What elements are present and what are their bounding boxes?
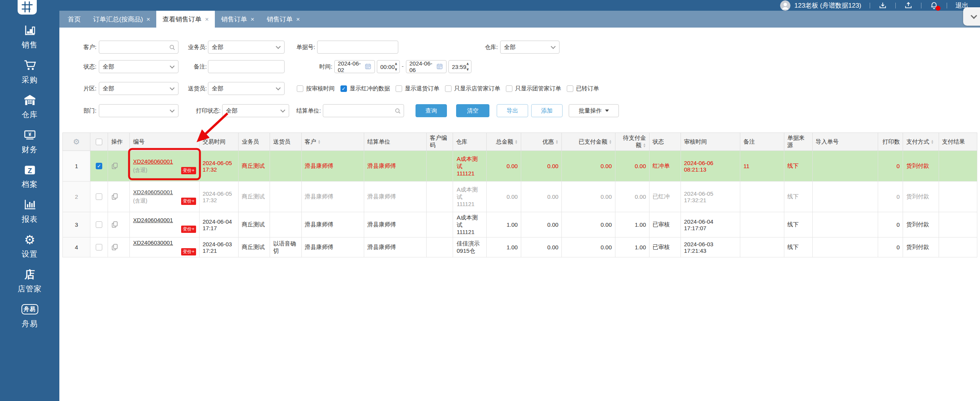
cell-check [90,237,108,257]
dept-select[interactable] [99,104,178,117]
checkbox-icon[interactable] [340,85,347,92]
time-from-spinner[interactable]: 00:00 [377,60,400,73]
remark-field[interactable] [208,60,285,73]
settle-unit-input[interactable] [323,105,404,117]
sidebar-item-shop[interactable]: 店店管家 [0,263,59,298]
warehouse-select[interactable]: 全部 [500,41,560,54]
filter-checkbox-2[interactable]: 显示退货订单 [396,85,439,92]
filter-checkbox-5[interactable]: 已转订单 [567,85,599,92]
sidebar-item-report[interactable]: 报表 [0,193,59,228]
cell-settle_unit: 滑县康师傅 [364,182,426,212]
area-select[interactable]: 全部 [99,82,178,95]
row-checkbox[interactable] [96,163,102,169]
status-select[interactable]: 全部 [99,60,178,73]
close-icon[interactable] [250,16,254,23]
clear-button[interactable]: 清空 [456,104,489,117]
sort-icon[interactable] [555,140,558,144]
date-to-picker[interactable]: 2024-06-06 [406,60,447,73]
zhouyi-icon: 舟易 [21,302,38,317]
add-button[interactable]: 添加 [531,104,563,117]
bell-icon[interactable] [930,1,938,10]
cell-op [108,237,130,257]
tab-doc-3[interactable]: 销售订单 [215,11,260,28]
column-label: 结算单位 [367,138,390,145]
cell-value: 0.00 [547,193,558,200]
sidebar-item-purchase[interactable]: 采购 [0,54,59,89]
salesman-select[interactable]: 全部 [208,41,285,54]
filter-checkbox-4[interactable]: 只显示团管家订单 [506,85,561,92]
deliverer-select[interactable]: 全部 [208,82,285,95]
checkbox-icon[interactable] [567,85,573,92]
cell-audit_time: 2024-06-06 08:21:13 [681,151,740,182]
upload-icon[interactable] [904,1,913,10]
cell-import_no [812,182,878,212]
docno-label: 单据号: [289,41,315,54]
close-icon[interactable] [296,16,300,23]
cell-audit_time: 2024-06-05 17:32:21 [681,182,740,212]
tab-doc-4[interactable]: 销售订单 [260,11,306,28]
filter-checkbox-0[interactable]: 按审核时间 [297,85,335,92]
checkbox-icon[interactable] [445,85,452,92]
order-link[interactable]: XD2406030001 [133,239,173,246]
customer-input[interactable] [99,41,178,53]
spinner-arrows-icon[interactable] [466,61,469,72]
select-all-checkbox[interactable] [96,139,102,145]
cell-salesman: 商丘测试 [239,212,270,237]
checkbox-label: 只显示团管家订单 [515,85,561,92]
batch-actions-button[interactable]: 批量操作 [569,104,619,117]
copy-icon[interactable] [111,193,118,200]
date-from-picker[interactable]: 2024-06-02 [334,60,375,73]
tab-doc-1[interactable]: 订单汇总(按商品) [87,11,156,28]
sort-icon[interactable] [931,140,934,144]
order-link[interactable]: XD2406050001 [133,189,173,195]
search-button[interactable]: 查询 [416,104,447,117]
customer-search-field[interactable] [99,41,178,54]
spinner-arrows-icon[interactable] [394,61,398,72]
print-status-select[interactable]: 全部 [222,104,289,117]
row-checkbox[interactable] [96,193,102,200]
copy-icon[interactable] [111,162,118,169]
close-icon[interactable] [146,16,150,23]
filter-checkbox-1[interactable]: 显示红冲的数据 [340,85,390,92]
sidebar-item-zhouyi[interactable]: 舟易舟易 [0,298,59,333]
copy-icon[interactable] [111,221,118,228]
copy-icon[interactable] [111,243,118,250]
sort-icon[interactable] [643,143,646,148]
settle-unit-search-field[interactable] [323,104,404,117]
filter-checkbox-3[interactable]: 只显示店管家订单 [445,85,500,92]
export-button[interactable]: 导出 [497,104,528,117]
sidebar-item-sales[interactable]: 销售 [0,19,59,54]
cell-value: 0.00 [547,221,558,228]
close-icon[interactable] [205,16,209,23]
row-checkbox[interactable] [96,221,102,228]
tab-list-dropdown-button[interactable] [963,7,980,26]
cell-value: 商丘测试 [242,221,265,228]
sort-icon[interactable] [515,140,518,144]
download-icon[interactable] [879,1,887,10]
sort-icon[interactable] [318,140,321,144]
docno-input[interactable] [317,41,398,53]
remark-input[interactable] [208,61,284,73]
checkbox-icon[interactable] [297,85,303,92]
sidebar-item-warehouse[interactable]: 仓库 [0,89,59,124]
sidebar-item-finance[interactable]: ¥财务 [0,124,59,159]
order-link[interactable]: XD2406060001 [133,158,173,165]
cell-warehouse: 佳佳演示 0915仓 [453,237,486,257]
sort-icon[interactable] [609,140,612,144]
app-logo[interactable] [18,0,37,15]
tab-home[interactable]: 首页 [62,11,87,28]
column-settings-icon[interactable] [73,137,80,146]
user-name: 123老板 (舟谱数据123) [794,1,861,10]
cell-value: 0 [897,193,900,200]
row-checkbox[interactable] [96,244,102,250]
sidebar-item-archive[interactable]: Z档案 [0,159,59,193]
cell-pay_method: 货到付款 [903,237,939,257]
time-to-spinner[interactable]: 23:59 [448,60,471,73]
user-avatar-icon[interactable] [780,0,790,11]
checkbox-icon[interactable] [506,85,512,92]
tab-doc-2[interactable]: 查看销售订单 [156,11,215,28]
checkbox-icon[interactable] [396,85,402,92]
order-link[interactable]: XD2406040001 [133,217,173,223]
docno-field[interactable] [317,41,398,54]
sidebar-item-settings[interactable]: ⚙设置 [0,228,59,263]
